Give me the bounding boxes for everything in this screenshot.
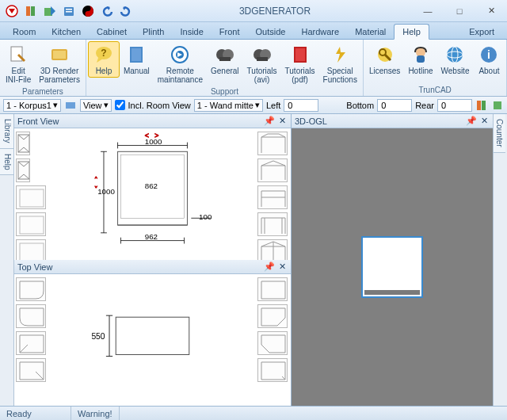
thumb[interactable] bbox=[16, 132, 30, 155]
bottom-input[interactable] bbox=[377, 99, 412, 112]
left-label: Left bbox=[266, 101, 280, 110]
thumb[interactable] bbox=[16, 358, 46, 382]
tab-export[interactable]: Export bbox=[461, 25, 502, 39]
about-button[interactable]: iAbout bbox=[473, 41, 505, 78]
website-button[interactable]: Website bbox=[437, 41, 474, 78]
sidetab-help[interactable]: Help bbox=[0, 149, 13, 176]
qat-btn-yinyang[interactable] bbox=[79, 2, 97, 20]
window-buttons: — □ ✕ bbox=[412, 0, 507, 22]
special-functions-button[interactable]: Special Functions bbox=[319, 41, 361, 86]
svg-text:i: i bbox=[488, 48, 491, 61]
front-drawing[interactable]: < > 1000 ˄˅ 1000 862 962 100 bbox=[51, 128, 254, 260]
thumb[interactable] bbox=[257, 331, 288, 355]
maximize-button[interactable]: □ bbox=[444, 0, 475, 22]
top-view-body[interactable]: 550 bbox=[14, 274, 291, 406]
ribbon-tabs: Room Kitchen Cabinet Plinth Inside Front… bbox=[0, 22, 507, 40]
thumb[interactable] bbox=[16, 239, 46, 260]
incl-room-checkbox[interactable] bbox=[115, 100, 125, 110]
thumb[interactable] bbox=[257, 212, 288, 236]
svg-text:550: 550 bbox=[91, 332, 105, 341]
licenses-button[interactable]: Licenses bbox=[365, 41, 404, 78]
close-button[interactable]: ✕ bbox=[475, 0, 507, 22]
app-icon[interactable] bbox=[3, 2, 21, 20]
thumb[interactable] bbox=[257, 132, 288, 155]
remote-button[interactable]: Remote maintanance bbox=[154, 41, 207, 86]
pin-icon[interactable]: 📌 bbox=[466, 116, 477, 127]
redo-icon[interactable] bbox=[117, 2, 135, 20]
thumb[interactable] bbox=[257, 185, 288, 209]
svg-rect-42 bbox=[20, 243, 44, 260]
thumb[interactable] bbox=[16, 212, 46, 236]
front-view-body[interactable]: < > 1000 ˄˅ 1000 862 962 100 bbox=[14, 128, 291, 260]
svg-rect-6 bbox=[66, 11, 72, 13]
front-view-header: Front View 📌 ✕ bbox=[14, 114, 291, 128]
svg-rect-2 bbox=[31, 6, 35, 16]
pin-icon[interactable]: 📌 bbox=[264, 116, 275, 127]
toolbar-icon-1[interactable] bbox=[475, 99, 488, 112]
ogl-viewport[interactable] bbox=[292, 128, 493, 406]
corpus-select[interactable]: 1 - Korpus1 ▾ bbox=[3, 99, 61, 112]
svg-rect-39 bbox=[18, 162, 29, 179]
sidetab-counter[interactable]: Counter bbox=[494, 114, 505, 153]
tab-room[interactable]: Room bbox=[5, 25, 44, 39]
toolbar-icon-2[interactable] bbox=[491, 99, 504, 112]
wall-select[interactable]: 1 - Wand mitte ▾ bbox=[194, 99, 263, 112]
hotline-button[interactable]: Hotline bbox=[404, 41, 436, 78]
close-panel-icon[interactable]: ✕ bbox=[276, 262, 288, 273]
svg-rect-5 bbox=[66, 9, 72, 10]
svg-text:1000: 1000 bbox=[145, 137, 162, 146]
undo-icon[interactable] bbox=[98, 2, 116, 20]
thumb[interactable] bbox=[257, 158, 288, 182]
tab-front[interactable]: Front bbox=[212, 25, 248, 39]
svg-rect-40 bbox=[20, 189, 44, 207]
ribbon: Edit INI-File 3D Render Parameters Param… bbox=[0, 40, 507, 97]
thumb[interactable] bbox=[16, 185, 46, 209]
svg-rect-8 bbox=[11, 47, 22, 61]
sidetab-library[interactable]: Library bbox=[0, 114, 13, 149]
thumb[interactable] bbox=[257, 358, 288, 382]
rear-input[interactable] bbox=[437, 99, 472, 112]
tab-cabinet[interactable]: Cabinet bbox=[89, 25, 135, 39]
group-support: ?Help Manual Remote maintanance General … bbox=[86, 40, 364, 96]
group-parameters: Edit INI-File 3D Render Parameters Param… bbox=[0, 40, 86, 96]
svg-rect-19 bbox=[219, 57, 231, 61]
view-icon[interactable] bbox=[64, 99, 77, 112]
tab-help[interactable]: Help bbox=[394, 24, 429, 40]
edit-ini-button[interactable]: Edit INI-File bbox=[2, 41, 35, 86]
front-thumbs-left bbox=[14, 128, 51, 260]
thumb[interactable] bbox=[16, 158, 30, 182]
thumb[interactable] bbox=[16, 331, 46, 355]
tab-outside[interactable]: Outside bbox=[248, 25, 294, 39]
left-input[interactable] bbox=[284, 99, 318, 112]
tutorials-pdf-button[interactable]: Tutorials (pdf) bbox=[281, 41, 319, 86]
svg-rect-41 bbox=[20, 216, 44, 234]
close-panel-icon[interactable]: ✕ bbox=[478, 116, 490, 127]
tutorials-avi-button[interactable]: Tutorials (avi) bbox=[243, 41, 281, 86]
qat-btn-2[interactable] bbox=[41, 2, 59, 20]
tab-plinth[interactable]: Plinth bbox=[135, 25, 173, 39]
general-button[interactable]: General bbox=[207, 41, 243, 78]
tab-inside[interactable]: Inside bbox=[173, 25, 212, 39]
thumb[interactable] bbox=[257, 239, 288, 260]
tab-kitchen[interactable]: Kitchen bbox=[44, 25, 89, 39]
manual-button[interactable]: Manual bbox=[120, 41, 154, 78]
view-select[interactable]: View ▾ bbox=[80, 99, 112, 112]
top-drawing[interactable]: 550 bbox=[51, 274, 254, 406]
svg-rect-35 bbox=[477, 101, 481, 110]
thumb[interactable] bbox=[16, 277, 46, 301]
qat-btn-1[interactable] bbox=[22, 2, 40, 20]
pin-icon[interactable]: 📌 bbox=[264, 262, 275, 273]
thumb[interactable] bbox=[257, 277, 288, 301]
svg-rect-22 bbox=[257, 57, 268, 61]
render-params-button[interactable]: 3D Render Parameters bbox=[35, 41, 84, 86]
tab-material[interactable]: Material bbox=[347, 25, 394, 39]
ogl-object[interactable] bbox=[361, 236, 423, 298]
svg-rect-10 bbox=[53, 51, 66, 59]
minimize-button[interactable]: — bbox=[412, 0, 444, 22]
tab-hardware[interactable]: Hardware bbox=[293, 25, 347, 39]
thumb[interactable] bbox=[257, 304, 288, 328]
help-button[interactable]: ?Help bbox=[88, 41, 120, 78]
qat-btn-3[interactable] bbox=[60, 2, 78, 20]
close-panel-icon[interactable]: ✕ bbox=[276, 116, 288, 127]
thumb[interactable] bbox=[16, 304, 46, 328]
